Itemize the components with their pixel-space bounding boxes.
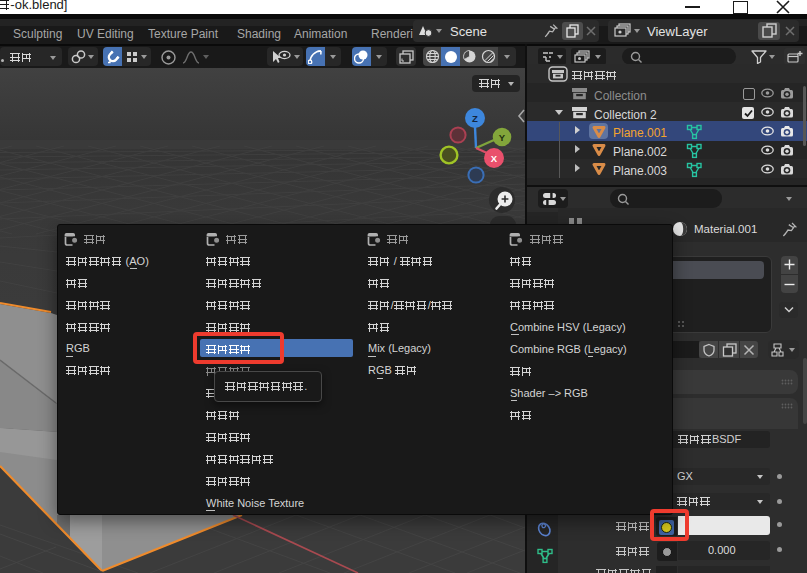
svg-text:Z: Z (472, 113, 478, 124)
svg-text:Y: Y (499, 132, 506, 143)
svg-text:X: X (491, 153, 498, 164)
